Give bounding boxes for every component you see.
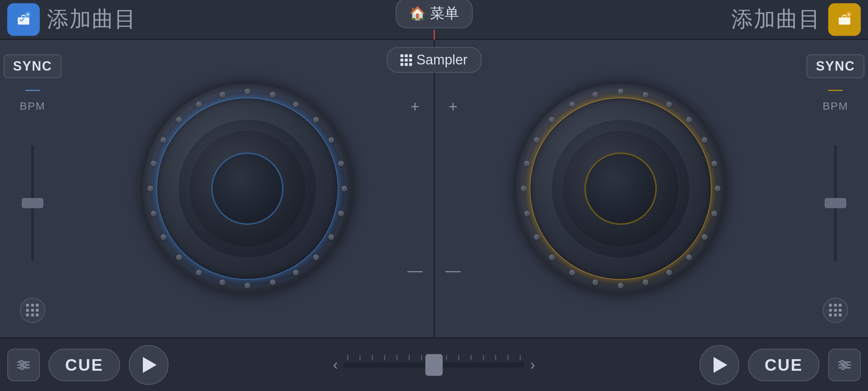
turntable-left-plus: + bbox=[410, 98, 420, 115]
cue-left-label: CUE bbox=[65, 355, 103, 375]
eq-right-icon bbox=[836, 356, 853, 374]
turntable-left-inner-arc bbox=[211, 152, 284, 225]
bpm-slider-right-track bbox=[834, 145, 837, 261]
deck-area: SYNC — BPM bbox=[0, 40, 868, 337]
play-right-icon bbox=[714, 357, 727, 373]
add-track-right-label: 添加曲目 bbox=[731, 5, 821, 34]
eq-right-button[interactable] bbox=[828, 349, 861, 381]
sync-right-button[interactable]: SYNC bbox=[807, 54, 864, 78]
sync-left-label: SYNC bbox=[13, 59, 52, 73]
sampler-icon bbox=[400, 54, 412, 66]
sync-right-label: SYNC bbox=[816, 59, 855, 73]
svg-rect-3 bbox=[839, 17, 850, 25]
turntable-right-inner-arc bbox=[584, 152, 657, 225]
crossfader-thumb[interactable] bbox=[425, 354, 443, 376]
svg-point-10 bbox=[23, 363, 27, 367]
sampler-button[interactable]: Sampler bbox=[387, 47, 481, 73]
turntable-right-container: + — bbox=[435, 84, 807, 294]
add-track-right-button[interactable]: + bbox=[828, 3, 861, 36]
cue-right-label: CUE bbox=[765, 355, 803, 375]
sampler-btn-container: Sampler bbox=[387, 47, 481, 73]
svg-point-11 bbox=[20, 366, 24, 370]
turntable-left-side-labels: + — bbox=[408, 98, 423, 279]
bpm-slider-left-track bbox=[31, 145, 34, 261]
turntable-left-container: + — bbox=[61, 84, 434, 294]
menu-label: 菜单 bbox=[430, 3, 459, 23]
crossfader-container: ‹ › bbox=[169, 357, 699, 373]
eq-left-icon bbox=[15, 356, 32, 374]
svg-point-15 bbox=[841, 360, 844, 364]
add-track-left-button[interactable]: + bbox=[7, 3, 40, 36]
grid-left-icon bbox=[26, 304, 39, 317]
menu-button[interactable]: 🏠 菜单 bbox=[396, 0, 473, 28]
add-track-left-label: 添加曲目 bbox=[47, 5, 137, 34]
top-bar-left: + 添加曲目 bbox=[7, 3, 396, 36]
svg-point-16 bbox=[844, 363, 848, 367]
turntable-right-side-labels: + — bbox=[446, 98, 461, 279]
bpm-slider-right-thumb[interactable] bbox=[825, 198, 846, 208]
cue-left-button[interactable]: CUE bbox=[48, 349, 120, 381]
top-bar-right: 添加曲目 + bbox=[473, 3, 861, 36]
play-left-button[interactable] bbox=[129, 345, 169, 385]
grid-right-icon bbox=[829, 304, 842, 317]
bpm-control-right: SYNC — BPM bbox=[807, 47, 864, 330]
crossfader-left-arrow[interactable]: ‹ bbox=[333, 357, 338, 373]
turntable-right[interactable] bbox=[516, 84, 726, 294]
bottom-right: CUE bbox=[699, 345, 861, 385]
turntable-left-minus: — bbox=[408, 262, 423, 279]
crossfader-track[interactable] bbox=[344, 362, 524, 367]
turntable-right-center bbox=[584, 152, 657, 225]
svg-text:+: + bbox=[847, 12, 850, 17]
home-icon: 🏠 bbox=[409, 6, 426, 21]
sync-left-button[interactable]: SYNC bbox=[4, 54, 61, 78]
deck-right: + — SYNC — BPM bbox=[435, 40, 868, 337]
top-bar: + 添加曲目 🏠 菜单 添加曲目 + bbox=[0, 0, 868, 40]
bpm-right-minus-indicator: — bbox=[828, 82, 843, 96]
bpm-control-left: SYNC — BPM bbox=[4, 47, 61, 330]
svg-point-17 bbox=[841, 366, 845, 370]
play-left-icon bbox=[143, 357, 157, 373]
turntable-right-plus: + bbox=[448, 98, 458, 115]
svg-point-9 bbox=[20, 360, 23, 364]
cue-right-button[interactable]: CUE bbox=[748, 349, 820, 381]
crossfader-right-arrow[interactable]: › bbox=[530, 357, 535, 373]
bpm-left-minus-indicator: — bbox=[25, 82, 40, 96]
grid-left-button[interactable] bbox=[20, 298, 45, 323]
sampler-label: Sampler bbox=[416, 52, 468, 68]
bottom-left: CUE bbox=[7, 345, 169, 385]
bpm-slider-right[interactable] bbox=[826, 116, 844, 290]
bottom-bar: CUE ‹ bbox=[0, 337, 868, 391]
center-red-line bbox=[434, 30, 435, 41]
turntable-left[interactable] bbox=[142, 84, 352, 294]
turntable-right-minus: — bbox=[446, 262, 461, 279]
svg-text:+: + bbox=[26, 12, 29, 17]
bpm-slider-left-thumb[interactable] bbox=[22, 198, 43, 208]
bpm-right-label: BPM bbox=[822, 100, 848, 112]
grid-right-button[interactable] bbox=[823, 298, 848, 323]
deck-left: SYNC — BPM bbox=[0, 40, 434, 337]
eq-left-button[interactable] bbox=[7, 349, 40, 381]
center-menu: 🏠 菜单 bbox=[396, 0, 473, 41]
bpm-slider-left[interactable] bbox=[24, 116, 42, 290]
turntable-left-center bbox=[211, 152, 284, 225]
bpm-left-label: BPM bbox=[20, 100, 45, 112]
play-right-button[interactable] bbox=[699, 345, 739, 385]
